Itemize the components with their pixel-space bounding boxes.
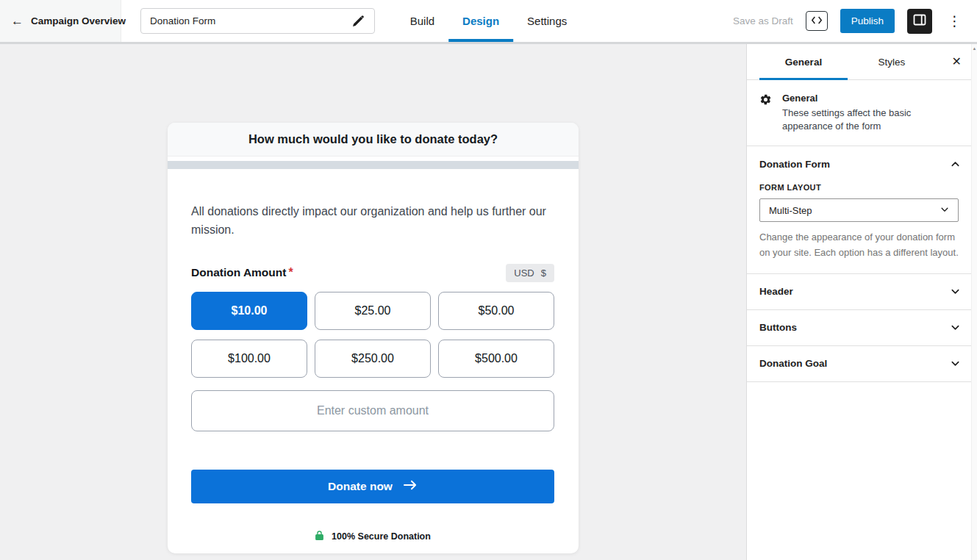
- sidebar-toggle-icon: [912, 12, 927, 29]
- publish-button[interactable]: Publish: [840, 9, 895, 33]
- main-area: How much would you like to donate today?…: [0, 44, 977, 560]
- panel-header-buttons[interactable]: Buttons: [747, 310, 971, 345]
- sidebar-intro-description: These settings affect the basic appearan…: [782, 107, 933, 133]
- panel-donation-form: Donation Form FORM LAYOUT Multi-Step Cha…: [747, 146, 971, 273]
- form-name-input[interactable]: [150, 15, 351, 26]
- sidebar-intro-text: General These settings affect the basic …: [782, 93, 933, 133]
- panel-title: Header: [759, 286, 793, 297]
- back-button[interactable]: ← Campaign Overview: [0, 0, 121, 42]
- form-layout-selected-value: Multi-Step: [769, 205, 812, 216]
- sidebar-tab-general[interactable]: General: [759, 44, 848, 79]
- form-builder-app: ← Campaign Overview Build Design Setting…: [0, 0, 977, 560]
- donation-form-preview: How much would you like to donate today?…: [168, 123, 579, 553]
- tab-design[interactable]: Design: [448, 0, 513, 42]
- settings-sidebar: General Styles ✕ General These settings …: [746, 44, 977, 560]
- amount-option-25[interactable]: $25.00: [315, 292, 431, 330]
- chevron-down-icon: [951, 287, 960, 296]
- amount-header-row: Donation Amount* USD $: [191, 264, 554, 282]
- panel-header-section: Header: [747, 274, 971, 310]
- amount-option-500[interactable]: $500.00: [438, 340, 554, 378]
- tab-settings[interactable]: Settings: [513, 0, 581, 42]
- sidebar-intro-title: General: [782, 93, 933, 104]
- amount-option-10[interactable]: $10.00: [191, 292, 307, 330]
- tab-build[interactable]: Build: [396, 0, 448, 42]
- amount-options-grid: $10.00 $25.00 $50.00 $100.00 $250.00 $50…: [191, 292, 554, 378]
- form-description: All donations directly impact our organi…: [191, 203, 554, 240]
- panel-buttons-section: Buttons: [747, 310, 971, 346]
- form-layout-help-text: Change the appearance of your donation f…: [759, 230, 959, 259]
- embed-code-button[interactable]: [806, 11, 828, 31]
- sidebar-tab-styles[interactable]: Styles: [848, 44, 936, 79]
- lock-icon: [315, 530, 324, 544]
- secure-donation-row: 100% Secure Donation: [191, 530, 554, 544]
- amount-label-group: Donation Amount*: [191, 266, 293, 279]
- edit-pencil-icon[interactable]: [351, 14, 365, 28]
- code-icon: [811, 15, 823, 27]
- donate-now-label: Donate now: [328, 480, 393, 493]
- form-header: How much would you like to donate today?: [168, 123, 579, 157]
- panel-title: Donation Form: [759, 159, 830, 170]
- panel-donation-goal-section: Donation Goal: [747, 346, 971, 382]
- arrow-right-icon: [404, 480, 418, 493]
- panel-header-donation-form[interactable]: Donation Form: [747, 146, 971, 182]
- sidebar-intro: General These settings affect the basic …: [747, 80, 971, 146]
- back-label: Campaign Overview: [31, 15, 126, 26]
- panel-title: Buttons: [759, 322, 797, 333]
- custom-amount-input[interactable]: [191, 390, 554, 431]
- amount-option-250[interactable]: $250.00: [315, 340, 431, 378]
- toggle-sidebar-button[interactable]: [907, 9, 932, 34]
- scrollbar-up-arrow-icon[interactable]: ▲: [973, 46, 977, 560]
- donation-amount-label: Donation Amount: [191, 266, 286, 279]
- sidebar-tabs: General Styles ✕: [747, 44, 971, 80]
- step-progress-bar: [168, 161, 579, 169]
- currency-symbol: $: [541, 268, 546, 279]
- required-marker: *: [288, 266, 293, 279]
- form-header-title: How much would you like to donate today?: [248, 132, 498, 146]
- chevron-up-icon: [951, 159, 960, 169]
- amount-option-50[interactable]: $50.00: [438, 292, 554, 330]
- form-layout-label: FORM LAYOUT: [759, 183, 959, 192]
- gear-icon: [759, 93, 772, 133]
- topbar-actions: Save as Draft Publish ⋮: [733, 9, 977, 34]
- sidebar-scrollbar[interactable]: ▲: [971, 44, 977, 560]
- panel-body-donation-form: FORM LAYOUT Multi-Step Change the appear…: [747, 182, 971, 273]
- secure-donation-text: 100% Secure Donation: [332, 531, 431, 542]
- donate-now-button[interactable]: Donate now: [191, 470, 554, 503]
- panel-header-header[interactable]: Header: [747, 274, 971, 309]
- currency-code: USD: [514, 268, 534, 279]
- close-sidebar-button[interactable]: ✕: [952, 56, 962, 68]
- form-name-field[interactable]: [140, 8, 375, 34]
- save-as-draft-button[interactable]: Save as Draft: [733, 15, 793, 26]
- back-arrow-icon: ←: [11, 15, 24, 27]
- kebab-menu-icon[interactable]: ⋮: [945, 12, 965, 29]
- form-body: All donations directly impact our organi…: [168, 169, 579, 544]
- panel-header-donation-goal[interactable]: Donation Goal: [747, 346, 971, 381]
- builder-tabs: Build Design Settings: [396, 0, 581, 42]
- amount-option-100[interactable]: $100.00: [191, 340, 307, 378]
- chevron-down-icon: [951, 359, 960, 368]
- panel-title: Donation Goal: [759, 358, 827, 369]
- topbar: ← Campaign Overview Build Design Setting…: [0, 0, 977, 44]
- currency-badge: USD $: [506, 264, 554, 282]
- form-layout-select[interactable]: Multi-Step: [759, 198, 959, 222]
- select-chevron-down-icon: [940, 205, 949, 216]
- chevron-down-icon: [951, 323, 960, 332]
- close-icon: ✕: [952, 55, 962, 68]
- design-canvas: How much would you like to donate today?…: [0, 44, 746, 560]
